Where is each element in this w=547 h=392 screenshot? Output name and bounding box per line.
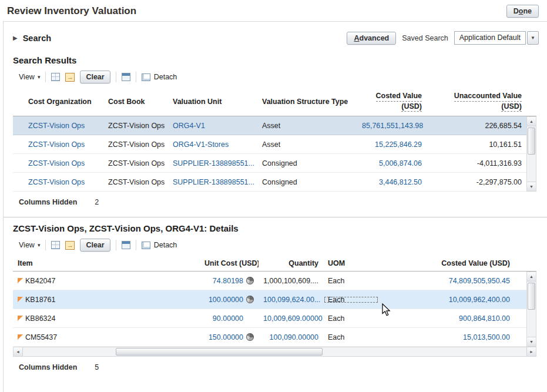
row-selector[interactable] [13, 116, 24, 135]
col-header-unaccounted-value[interactable]: Unaccounted Value (USD) [427, 91, 526, 112]
table-row[interactable]: CM55437 150.00000 100,090.00000 Each 15,… [13, 328, 526, 347]
scroll-thumb[interactable] [528, 128, 535, 155]
cost-organization-link[interactable]: ZCST-Vision Ops [24, 122, 103, 130]
unit-cost-cell: 150.00000 [200, 333, 259, 341]
costed-value-link[interactable]: 5,006,874.06 [357, 159, 427, 167]
scroll-down-button[interactable]: ▼ [527, 337, 536, 346]
costed-value-link[interactable]: 900,864,810.00 [379, 314, 526, 323]
col-header-costed-value[interactable]: Costed Value (USD) [379, 259, 526, 267]
valuation-unit-link[interactable]: ORG4-V1-Stores [168, 140, 257, 149]
detach-icon [142, 73, 150, 81]
col-header-cost-book[interactable]: Cost Book [103, 98, 168, 106]
freeze-icon[interactable] [122, 73, 130, 81]
table-row[interactable]: KB42047 74.80198 1,000,100,609.... Each … [13, 272, 526, 290]
saved-search-select[interactable]: Application Default ▼ [454, 31, 539, 45]
valuation-structure-type-value: Asset [257, 140, 357, 149]
detach-button[interactable]: Detach [142, 241, 177, 249]
saved-search-value[interactable]: Application Default [454, 31, 526, 45]
costed-value-link[interactable]: 15,225,846.29 [357, 140, 427, 149]
cost-organization-link[interactable]: ZCST-Vision Ops [24, 159, 103, 167]
view-menu[interactable]: View ▾ [19, 241, 40, 249]
view-menu[interactable]: View ▾ [19, 73, 40, 81]
scroll-up-button[interactable]: ▲ [527, 272, 536, 282]
horizontal-scrollbar[interactable]: ◄ ► [13, 347, 536, 357]
valuation-unit-link[interactable]: SUPPLIER-138898551... [168, 178, 257, 186]
row-selector[interactable] [13, 135, 24, 153]
scroll-up-button[interactable]: ▲ [527, 117, 536, 126]
query-by-example-icon[interactable]: → [65, 73, 75, 82]
saved-search-dropdown-button[interactable]: ▼ [527, 31, 539, 45]
vertical-scrollbar[interactable]: ▲ ▼ [526, 116, 536, 192]
scroll-track[interactable] [527, 126, 536, 182]
detach-label: Detach [154, 241, 177, 249]
scroll-thumb[interactable] [528, 283, 535, 310]
freeze-icon[interactable] [122, 241, 130, 249]
clear-button[interactable]: Clear [80, 71, 110, 83]
valuation-unit-link[interactable]: ORG4-V1 [168, 122, 257, 130]
costed-value-link[interactable]: 74,809,505,950.45 [379, 277, 526, 285]
table-row[interactable]: ZCST-Vision Ops ZCST-Vision Ops SUPPLIER… [13, 173, 526, 192]
cost-organization-link[interactable]: ZCST-Vision Ops [24, 140, 103, 149]
table-row[interactable]: ZCST-Vision Ops ZCST-Vision Ops ORG4-V1-… [13, 135, 526, 154]
table-row[interactable]: ZCST-Vision Ops ZCST-Vision Ops ORG4-V1 … [13, 116, 526, 135]
scroll-track[interactable] [527, 282, 536, 337]
search-disclosure[interactable]: ▶ Search [13, 33, 51, 43]
done-button[interactable]: Done [506, 5, 539, 18]
col-header-item[interactable]: Item [13, 259, 200, 267]
unit-cost-link[interactable]: 90.00000 [213, 314, 243, 323]
unit-cost-link[interactable]: 74.80198 [213, 277, 243, 285]
export-to-excel-icon[interactable] [51, 241, 60, 249]
cost-breakdown-pie-icon[interactable] [246, 277, 254, 284]
scroll-right-button[interactable]: ► [526, 347, 536, 356]
col-header-valuation-structure-type[interactable]: Valuation Structure Type [257, 98, 357, 106]
costed-value-link[interactable]: 10,009,962,400.00 [379, 296, 526, 304]
clear-button[interactable]: Clear [80, 239, 110, 252]
advanced-button[interactable]: Advanced [347, 32, 396, 45]
col-header-valuation-unit[interactable]: Valuation Unit [168, 98, 257, 106]
results-rows: ZCST-Vision Ops ZCST-Vision Ops ORG4-V1 … [13, 116, 526, 192]
saved-search-label: Saved Search [402, 34, 448, 42]
toolbar-separator [136, 72, 136, 82]
scroll-down-button[interactable]: ▼ [527, 182, 536, 191]
valuation-structure-type-value: Consigned [257, 178, 357, 186]
col-header-costed-value[interactable]: Costed Value (USD) [357, 91, 427, 112]
table-row[interactable]: ZCST-Vision Ops ZCST-Vision Ops SUPPLIER… [13, 154, 526, 173]
item-label: KB18761 [25, 296, 55, 304]
row-selector[interactable] [13, 173, 24, 191]
query-by-example-icon[interactable]: → [65, 241, 75, 250]
col-header-quantity[interactable]: Quantity [259, 259, 323, 267]
valuation-unit-link[interactable]: SUPPLIER-138898551... [168, 159, 257, 167]
costed-value-link[interactable]: 15,013,500.00 [379, 333, 526, 341]
search-section-label: Search [23, 33, 51, 43]
table-row[interactable]: KB18761 100.00000 100,099,624.00... Each… [13, 290, 526, 309]
uom-value: Each [323, 333, 379, 341]
quantity-link[interactable]: 100,099,624.00... [259, 296, 323, 304]
costed-value-link[interactable]: 85,761,551,143.98 [357, 122, 427, 130]
cost-breakdown-pie-icon[interactable] [246, 333, 254, 341]
costed-value-link[interactable]: 3,446,812.50 [357, 178, 427, 186]
vertical-scrollbar[interactable]: ▲ ▼ [526, 272, 536, 347]
toolbar-separator [116, 72, 116, 82]
unaccounted-value: 226,685.54 [427, 122, 526, 130]
quantity-link[interactable]: 100,090.00000 [259, 333, 323, 341]
col-header-uom[interactable]: UOM [323, 259, 379, 267]
quantity-link[interactable]: 10,009,609.00000 [259, 314, 323, 323]
row-selector[interactable] [13, 154, 24, 172]
export-to-excel-icon[interactable] [51, 73, 60, 81]
page-title: Review Inventory Valuation [7, 5, 136, 17]
columns-hidden-status: Columns Hidden 5 [19, 362, 547, 373]
scroll-thumb[interactable] [116, 348, 323, 356]
unit-cost-link[interactable]: 100.00000 [209, 296, 243, 304]
cost-organization-link[interactable]: ZCST-Vision Ops [24, 178, 103, 186]
col-header-unit-cost[interactable]: Unit Cost (USD) [200, 259, 259, 267]
scroll-left-button[interactable]: ◄ [14, 347, 23, 356]
table-row[interactable]: KB86324 90.00000 10,009,609.00000 Each 9… [13, 309, 526, 328]
col-header-cost-organization[interactable]: Cost Organization [24, 98, 103, 106]
columns-hidden-status: Columns Hidden 2 [19, 197, 547, 207]
unit-cost-link[interactable]: 150.00000 [209, 333, 243, 341]
search-actions: Advanced Saved Search Application Defaul… [347, 31, 539, 45]
scroll-track[interactable] [23, 347, 526, 356]
cost-breakdown-pie-icon[interactable] [246, 296, 254, 303]
cost-book-value: ZCST-Vision Ops [103, 159, 168, 167]
detach-button[interactable]: Detach [142, 73, 177, 81]
